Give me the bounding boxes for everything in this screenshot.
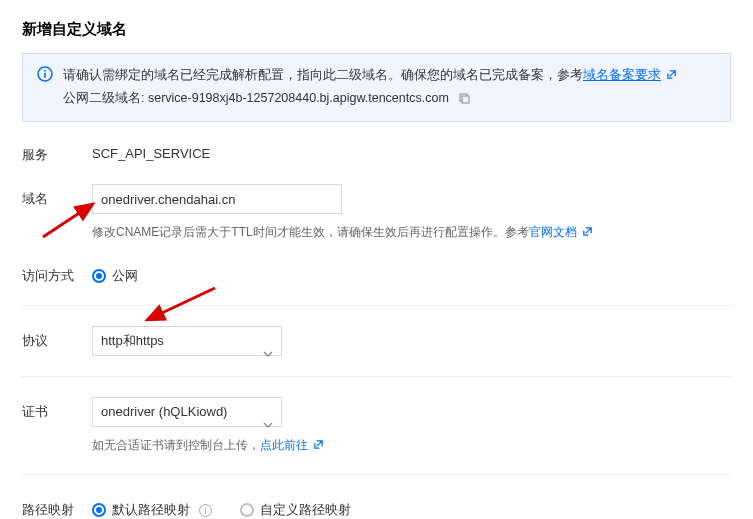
row-cert: 证书 onedriver (hQLKiowd) 如无合适证书请到控制台上传，点此… <box>22 397 731 475</box>
info-icon <box>37 66 53 90</box>
info-circle-icon[interactable]: i <box>199 504 212 517</box>
backup-requirements-link[interactable]: 域名备案要求 <box>583 68 661 82</box>
path-default-radio[interactable]: 默认路径映射i <box>92 501 212 519</box>
access-public-radio[interactable]: 公网 <box>92 267 138 285</box>
row-service: 服务 SCF_API_SERVICE <box>22 140 731 164</box>
service-label: 服务 <box>22 140 92 164</box>
service-value: SCF_API_SERVICE <box>92 140 731 161</box>
protocol-label: 协议 <box>22 326 92 350</box>
cert-label: 证书 <box>22 397 92 421</box>
row-access: 访问方式 公网 <box>22 261 731 306</box>
cert-hint: 如无合适证书请到控制台上传，点此前往 <box>92 437 731 454</box>
official-doc-link[interactable]: 官网文档 <box>529 225 577 239</box>
copy-icon[interactable] <box>458 93 470 107</box>
form: 服务 SCF_API_SERVICE 域名 修改CNAME记录后需大于TTL时间… <box>22 140 731 519</box>
row-path-mapping: 路径映射 默认路径映射i 自定义路径映射 <box>22 495 731 519</box>
svg-rect-4 <box>462 96 469 103</box>
domain-hint: 修改CNAME记录后需大于TTL时间才能生效，请确保生效后再进行配置操作。参考官… <box>92 224 731 241</box>
protocol-select[interactable]: http和https <box>92 326 282 356</box>
path-label: 路径映射 <box>22 495 92 519</box>
domain-input[interactable] <box>92 184 342 214</box>
cert-select[interactable]: onedriver (hQLKiowd) <box>92 397 282 427</box>
goto-console-link[interactable]: 点此前往 <box>260 438 308 452</box>
svg-rect-1 <box>44 73 46 78</box>
row-domain: 域名 修改CNAME记录后需大于TTL时间才能生效，请确保生效后再进行配置操作。… <box>22 184 731 241</box>
radio-unchecked-icon <box>240 503 254 517</box>
radio-checked-icon <box>92 269 106 283</box>
external-link-icon <box>311 438 324 452</box>
radio-checked-icon <box>92 503 106 517</box>
access-label: 访问方式 <box>22 261 92 285</box>
row-protocol: 协议 http和https <box>22 326 731 377</box>
info-alert: 请确认需绑定的域名已经完成解析配置，指向此二级域名。确保您的域名已完成备案，参考… <box>22 53 731 122</box>
alert-line1: 请确认需绑定的域名已经完成解析配置，指向此二级域名。确保您的域名已完成备案，参考… <box>63 64 718 87</box>
path-custom-radio[interactable]: 自定义路径映射 <box>240 501 351 519</box>
dialog-panel: 新增自定义域名 请确认需绑定的域名已经完成解析配置，指向此二级域名。确保您的域名… <box>0 0 753 519</box>
alert-line2: 公网二级域名: service-9198xj4b-1257208440.bj.a… <box>63 87 718 112</box>
external-link-icon <box>664 68 677 82</box>
external-link-icon <box>580 225 593 239</box>
domain-label: 域名 <box>22 184 92 208</box>
dialog-title: 新增自定义域名 <box>22 20 731 39</box>
l2-domain-value: service-9198xj4b-1257208440.bj.apigw.ten… <box>148 91 449 105</box>
svg-rect-2 <box>44 70 46 72</box>
chevron-down-icon <box>263 410 273 438</box>
chevron-down-icon <box>263 339 273 367</box>
